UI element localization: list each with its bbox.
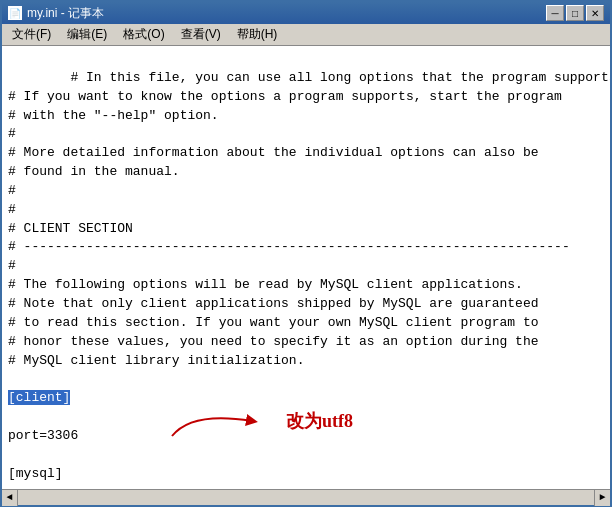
- maximize-button[interactable]: □: [566, 5, 584, 21]
- notepad-window: 📄 my.ini - 记事本 ─ □ ✕ 文件(F) 编辑(E) 格式(O) 查…: [0, 0, 612, 507]
- menu-help[interactable]: 帮助(H): [229, 24, 286, 45]
- h-scroll-track[interactable]: [18, 490, 594, 505]
- title-bar: 📄 my.ini - 记事本 ─ □ ✕: [2, 2, 610, 24]
- title-buttons: ─ □ ✕: [546, 5, 604, 21]
- scroll-right-btn[interactable]: ►: [594, 490, 610, 506]
- annotation-text: 改为utf8: [286, 409, 353, 433]
- close-button[interactable]: ✕: [586, 5, 604, 21]
- app-icon: 📄: [8, 6, 22, 20]
- main-content: # In this file, you can use all long opt…: [2, 46, 610, 489]
- client-highlight: [client]: [8, 390, 70, 405]
- menu-bar: 文件(F) 编辑(E) 格式(O) 查看(V) 帮助(H): [2, 24, 610, 46]
- annotation-container: 改为utf8: [162, 401, 353, 441]
- minimize-button[interactable]: ─: [546, 5, 564, 21]
- menu-file[interactable]: 文件(F): [4, 24, 59, 45]
- title-bar-left: 📄 my.ini - 记事本: [8, 5, 104, 22]
- menu-edit[interactable]: 编辑(E): [59, 24, 115, 45]
- arrow-svg: [162, 401, 282, 441]
- menu-view[interactable]: 查看(V): [173, 24, 229, 45]
- window-title: my.ini - 记事本: [27, 5, 104, 22]
- scroll-left-btn[interactable]: ◄: [2, 490, 18, 506]
- text-editor[interactable]: # In this file, you can use all long opt…: [2, 46, 610, 489]
- bottom-scrollbar[interactable]: ◄ ►: [2, 489, 610, 505]
- menu-format[interactable]: 格式(O): [115, 24, 172, 45]
